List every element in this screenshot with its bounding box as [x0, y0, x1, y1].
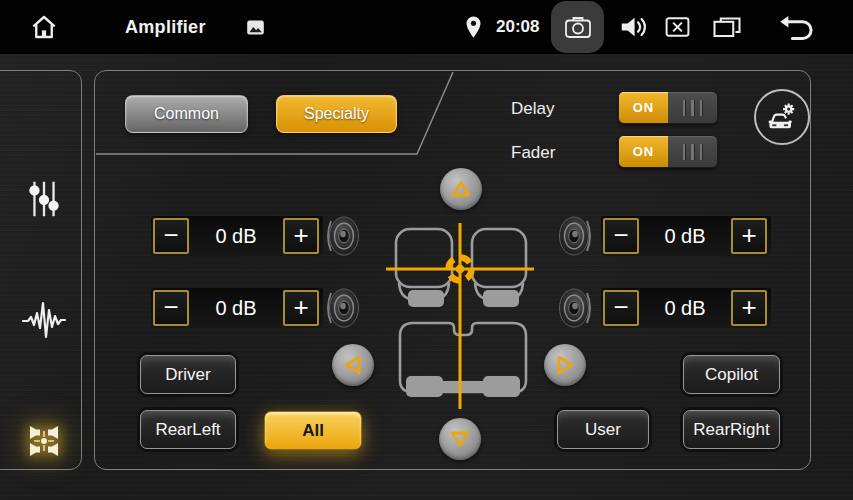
- zone-rearright-button[interactable]: RearRight: [683, 410, 780, 449]
- minus-button[interactable]: −: [153, 218, 189, 254]
- toggle-grip-icon: [668, 92, 717, 123]
- zone-all-button[interactable]: All: [264, 411, 362, 450]
- waveform-icon[interactable]: [20, 296, 68, 344]
- page-title: Amplifier: [125, 0, 206, 54]
- arrow-down-icon[interactable]: [439, 418, 481, 460]
- delay-toggle[interactable]: ON: [618, 91, 718, 124]
- arrow-left-icon[interactable]: [332, 344, 374, 386]
- equalizer-icon[interactable]: [20, 175, 68, 223]
- fader-toggle[interactable]: ON: [618, 135, 718, 168]
- arrow-right-icon[interactable]: [544, 344, 586, 386]
- gain-value-front-right: 0 dB: [664, 225, 705, 248]
- amplifier-screen: Amplifier 20:08: [0, 0, 853, 500]
- fader-label: Fader: [511, 143, 555, 163]
- speaker-icon: [557, 214, 595, 258]
- gain-value-rear-left: 0 dB: [215, 297, 256, 320]
- tab-common[interactable]: Common: [125, 95, 248, 133]
- minus-button[interactable]: −: [603, 290, 639, 326]
- close-icon[interactable]: [660, 0, 694, 54]
- amplifier-panel: Common Specialty Delay ON Fader ON: [94, 70, 811, 470]
- gain-row-front-right: − 0 dB +: [601, 216, 771, 256]
- zone-rearleft-button[interactable]: RearLeft: [140, 410, 236, 449]
- tab-specialty[interactable]: Specialty: [276, 95, 397, 133]
- speaker-icon: [323, 286, 361, 330]
- zone-user-button[interactable]: User: [557, 410, 649, 449]
- back-icon[interactable]: [774, 0, 820, 54]
- minus-button[interactable]: −: [603, 218, 639, 254]
- speaker-icon: [323, 214, 361, 258]
- crosshair-target-icon: [449, 258, 472, 281]
- gallery-icon[interactable]: [240, 0, 270, 54]
- volume-icon[interactable]: [614, 0, 654, 54]
- status-bar: Amplifier 20:08: [0, 0, 853, 54]
- arrow-up-icon[interactable]: [440, 168, 482, 210]
- gain-value-front-left: 0 dB: [215, 225, 256, 248]
- front-right-seat: [472, 229, 526, 287]
- gain-row-rear-right: − 0 dB +: [601, 288, 771, 328]
- plus-button[interactable]: +: [283, 218, 319, 254]
- plus-button[interactable]: +: [731, 290, 767, 326]
- camera-icon[interactable]: [551, 1, 604, 53]
- delay-label: Delay: [511, 99, 554, 119]
- delay-toggle-on-label: ON: [619, 92, 668, 123]
- car-settings-icon[interactable]: [754, 89, 810, 145]
- location-icon: [460, 0, 486, 54]
- toggle-grip-icon: [668, 136, 717, 167]
- seat-balance-map: [376, 181, 546, 446]
- minus-button[interactable]: −: [153, 290, 189, 326]
- gain-row-front-left: − 0 dB +: [151, 216, 323, 256]
- clock: 20:08: [496, 0, 539, 54]
- rear-bench-seat: [400, 323, 526, 392]
- recents-icon[interactable]: [708, 0, 746, 54]
- zone-driver-button[interactable]: Driver: [140, 355, 236, 394]
- home-icon[interactable]: [26, 0, 62, 54]
- fader-toggle-on-label: ON: [619, 136, 668, 167]
- zone-copilot-button[interactable]: Copilot: [683, 355, 780, 394]
- plus-button[interactable]: +: [283, 290, 319, 326]
- front-left-seat: [396, 229, 452, 287]
- speaker-balance-icon[interactable]: [20, 417, 68, 465]
- plus-button[interactable]: +: [731, 218, 767, 254]
- speaker-icon: [557, 286, 595, 330]
- sidebar: [0, 70, 82, 470]
- gain-value-rear-right: 0 dB: [664, 297, 705, 320]
- gain-row-rear-left: − 0 dB +: [151, 288, 323, 328]
